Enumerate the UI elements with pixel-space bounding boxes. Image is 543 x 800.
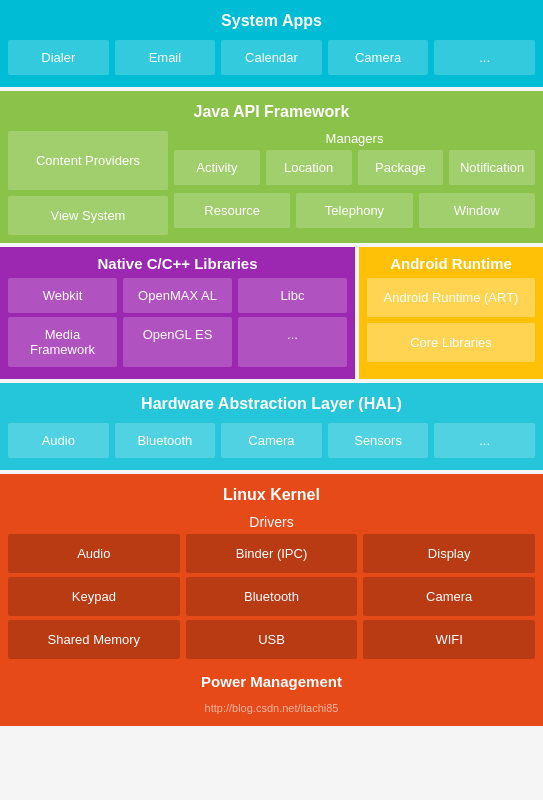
native-libc: Libc: [238, 278, 347, 313]
view-system-box: View System: [8, 196, 168, 235]
android-runtime-core: Core Libraries: [367, 323, 535, 362]
hal-camera: Camera: [221, 423, 322, 458]
native-openmax: OpenMAX AL: [123, 278, 232, 313]
managers-col: Managers Activity Location Package Notif…: [174, 131, 535, 235]
java-api-inner: Content Providers View System Managers A…: [8, 131, 535, 235]
native-mediaframework: Media Framework: [8, 317, 117, 367]
native-runtime-row: Native C/C++ Libraries Webkit OpenMAX AL…: [0, 247, 543, 379]
hal-title: Hardware Abstraction Layer (HAL): [8, 391, 535, 417]
kernel-row1: Audio Binder (IPC) Display: [8, 534, 535, 573]
native-cpp-title: Native C/C++ Libraries: [8, 255, 347, 272]
system-apps-items: Dialer Email Calendar Camera ...: [8, 40, 535, 75]
kernel-display: Display: [363, 534, 535, 573]
hal-items: Audio Bluetooth Camera Sensors ...: [8, 423, 535, 458]
kernel-keypad: Keypad: [8, 577, 180, 616]
managers-row1: Activity Location Package Notification: [174, 150, 535, 185]
hal-sensors: Sensors: [328, 423, 429, 458]
java-api-title: Java API Framework: [8, 99, 535, 125]
system-apps-layer: System Apps Dialer Email Calendar Camera…: [0, 0, 543, 87]
manager-package: Package: [358, 150, 444, 185]
managers-title: Managers: [174, 131, 535, 146]
drivers-title: Drivers: [8, 514, 535, 530]
kernel-row3: Shared Memory USB WIFI: [8, 620, 535, 659]
kernel-audio: Audio: [8, 534, 180, 573]
manager-location: Location: [266, 150, 352, 185]
android-runtime-layer: Android Runtime Android Runtime (ART) Co…: [359, 247, 543, 379]
content-providers-box: Content Providers: [8, 131, 168, 190]
system-apps-title: System Apps: [8, 8, 535, 34]
system-apps-dialer: Dialer: [8, 40, 109, 75]
manager-resource: Resource: [174, 193, 290, 228]
managers-grid: Activity Location Package Notification R…: [174, 150, 535, 232]
kernel-row2: Keypad Bluetooth Camera: [8, 577, 535, 616]
kernel-camera: Camera: [363, 577, 535, 616]
native-more: ...: [238, 317, 347, 367]
java-api-left-col: Content Providers View System: [8, 131, 168, 235]
hal-audio: Audio: [8, 423, 109, 458]
manager-activity: Activity: [174, 150, 260, 185]
manager-window: Window: [419, 193, 535, 228]
power-mgmt-label: Power Management: [8, 663, 535, 700]
system-apps-more: ...: [434, 40, 535, 75]
native-row2: Media Framework OpenGL ES ...: [8, 317, 347, 367]
native-cpp-layer: Native C/C++ Libraries Webkit OpenMAX AL…: [0, 247, 355, 379]
manager-notification: Notification: [449, 150, 535, 185]
kernel-wifi: WIFI: [363, 620, 535, 659]
linux-kernel-title: Linux Kernel: [8, 482, 535, 508]
java-api-layer: Java API Framework Content Providers Vie…: [0, 91, 543, 243]
android-runtime-title: Android Runtime: [367, 255, 535, 272]
system-apps-email: Email: [115, 40, 216, 75]
native-row1: Webkit OpenMAX AL Libc: [8, 278, 347, 313]
system-apps-camera: Camera: [328, 40, 429, 75]
hal-more: ...: [434, 423, 535, 458]
system-apps-calendar: Calendar: [221, 40, 322, 75]
managers-row2: Resource Telephony Window: [174, 193, 535, 228]
android-runtime-art: Android Runtime (ART): [367, 278, 535, 317]
watermark: http://blog.csdn.net/itachi85: [8, 700, 535, 718]
kernel-usb: USB: [186, 620, 358, 659]
hal-bluetooth: Bluetooth: [115, 423, 216, 458]
kernel-bluetooth: Bluetooth: [186, 577, 358, 616]
linux-kernel-layer: Linux Kernel Drivers Audio Binder (IPC) …: [0, 474, 543, 726]
kernel-binder: Binder (IPC): [186, 534, 358, 573]
hal-layer: Hardware Abstraction Layer (HAL) Audio B…: [0, 383, 543, 470]
native-webkit: Webkit: [8, 278, 117, 313]
manager-telephony: Telephony: [296, 193, 412, 228]
kernel-sharedmem: Shared Memory: [8, 620, 180, 659]
native-opengles: OpenGL ES: [123, 317, 232, 367]
